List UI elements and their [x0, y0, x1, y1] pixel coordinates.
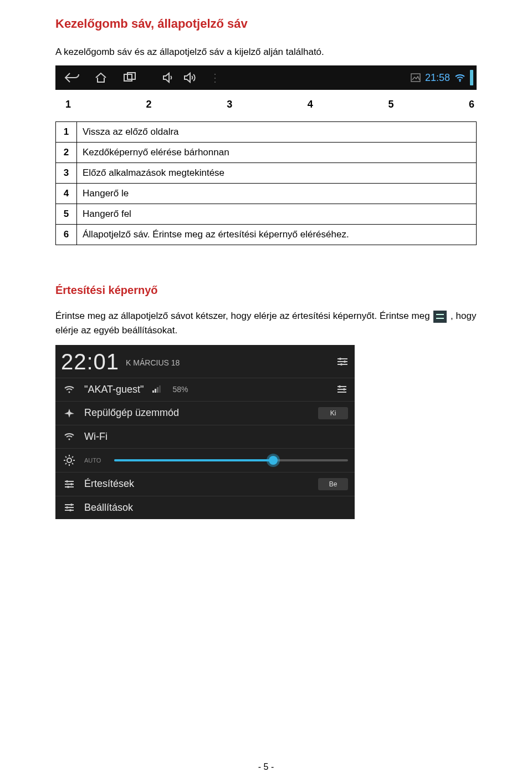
- section-title: Értesítési képernyő: [55, 284, 477, 297]
- notification-paragraph: Érintse meg az állapotjelző sávot kétsze…: [55, 309, 477, 338]
- home-icon: [88, 69, 114, 87]
- svg-line-22: [72, 456, 73, 458]
- wifi-label: Wi-Fi: [84, 431, 348, 443]
- image-icon: [411, 73, 421, 82]
- table-row: 3Előző alkalmazások megtekintése: [56, 163, 477, 184]
- table-row: 2Kezdőképernyő elérése bárhonnan: [56, 143, 477, 163]
- menu-dots-icon: ⋮: [209, 71, 221, 84]
- recents-icon: [116, 69, 143, 87]
- brightness-icon: [62, 454, 76, 466]
- notifications-row[interactable]: Értesítések Be: [55, 473, 355, 496]
- nav-icons-group: [59, 69, 143, 87]
- svg-point-12: [339, 385, 341, 388]
- table-row: 5Hangerő fel: [56, 204, 477, 225]
- airplane-mode-row[interactable]: Repülőgép üzemmód Ki: [55, 402, 355, 425]
- svg-rect-10: [157, 387, 158, 393]
- airplane-toggle[interactable]: Ki: [318, 407, 348, 419]
- svg-rect-8: [152, 390, 154, 393]
- svg-line-20: [65, 456, 66, 458]
- wifi-icon: [454, 73, 466, 82]
- table-row: 4Hangerő le: [56, 184, 477, 204]
- wifi-status-row[interactable]: "AKAT-guest" 58%: [55, 378, 355, 402]
- svg-point-26: [67, 486, 69, 488]
- wifi-row[interactable]: Wi-Fi: [55, 425, 355, 449]
- wifi-icon: [62, 432, 76, 441]
- svg-point-27: [70, 504, 73, 506]
- svg-point-14: [69, 439, 70, 440]
- cell-text: Hangerő le: [77, 184, 477, 204]
- android-status-bar: ⋮ 21:58: [55, 65, 477, 90]
- settings-row[interactable]: Beállítások: [55, 496, 355, 519]
- svg-point-6: [340, 363, 342, 365]
- auto-label: AUTO: [84, 457, 101, 464]
- intro-text: A kezelőgomb sáv és az állapotjelző sáv …: [55, 47, 477, 58]
- cell-num: 1: [56, 122, 77, 143]
- svg-point-3: [459, 80, 461, 82]
- settings-mini-icon[interactable]: [336, 384, 348, 395]
- shade-clock: 22:01: [61, 349, 119, 374]
- cell-text: Vissza az előző oldalra: [77, 122, 477, 143]
- svg-point-5: [344, 360, 346, 363]
- svg-point-15: [67, 458, 71, 463]
- cell-num: 3: [56, 163, 77, 184]
- cell-num: 6: [56, 225, 77, 245]
- svg-line-21: [72, 463, 73, 464]
- notifications-icon: [62, 479, 76, 490]
- volume-up-icon: [183, 72, 198, 84]
- volume-down-icon: [162, 72, 175, 84]
- brightness-slider[interactable]: [114, 459, 348, 461]
- signal-bars-icon: [152, 385, 162, 393]
- svg-point-28: [66, 506, 68, 509]
- label-1: 1: [65, 99, 99, 110]
- label-4: 4: [308, 99, 341, 110]
- wifi-percent: 58%: [173, 385, 188, 394]
- airplane-icon: [62, 408, 76, 419]
- notifications-label: Értesítések: [84, 478, 310, 490]
- svg-point-25: [70, 483, 73, 485]
- page-title: Kezelőgomb sáv, állapotjelző sáv: [55, 17, 477, 31]
- quick-settings-icon[interactable]: [336, 356, 349, 368]
- para-text-a: Érintse meg az állapotjelző sávot kétsze…: [55, 311, 432, 321]
- airplane-label: Repülőgép üzemmód: [84, 407, 310, 419]
- svg-point-7: [69, 392, 70, 393]
- svg-point-13: [343, 388, 345, 390]
- volume-icons-group: ⋮: [162, 71, 224, 84]
- table-row: 6Állapotjelző sáv. Érintse meg az értesí…: [56, 225, 477, 245]
- notification-shade: 22:01 K MÁRCIUS 18 "AKAT-guest" 58% Repü…: [55, 345, 355, 519]
- number-label-row: 1 2 3 4 5 6: [55, 94, 477, 121]
- legend-table: 1Vissza az előző oldalra 2Kezdőképernyő …: [55, 121, 477, 245]
- settings-label: Beállítások: [84, 502, 348, 514]
- svg-point-29: [69, 509, 71, 511]
- cell-text: Előző alkalmazások megtekintése: [77, 163, 477, 184]
- cell-text: Kezdőképernyő elérése bárhonnan: [77, 143, 477, 163]
- shade-header: 22:01 K MÁRCIUS 18: [55, 345, 355, 378]
- wifi-ssid: "AKAT-guest": [84, 384, 144, 395]
- notifications-toggle[interactable]: Be: [318, 478, 348, 490]
- status-clock: 21:58: [425, 72, 450, 84]
- brightness-row[interactable]: AUTO: [55, 449, 355, 473]
- cell-num: 2: [56, 143, 77, 163]
- svg-point-4: [339, 358, 341, 360]
- status-right-group: 21:58: [411, 70, 473, 85]
- svg-rect-9: [155, 389, 156, 393]
- settings-icon: [62, 502, 76, 513]
- battery-icon: [470, 70, 473, 85]
- label-2: 2: [146, 99, 180, 110]
- page-number: - 5 -: [0, 762, 532, 772]
- quick-settings-icon: [433, 311, 447, 323]
- table-row: 1Vissza az előző oldalra: [56, 122, 477, 143]
- cell-text: Hangerő fel: [77, 204, 477, 225]
- svg-line-23: [65, 463, 66, 464]
- label-6: 6: [469, 99, 474, 110]
- svg-rect-11: [159, 385, 161, 393]
- cell-text: Állapotjelző sáv. Érintse meg az értesít…: [77, 225, 477, 245]
- cell-num: 5: [56, 204, 77, 225]
- cell-num: 4: [56, 184, 77, 204]
- svg-point-24: [66, 480, 68, 483]
- back-icon: [59, 69, 85, 87]
- wifi-icon: [62, 385, 76, 394]
- label-3: 3: [227, 99, 260, 110]
- shade-date: K MÁRCIUS 18: [126, 358, 180, 367]
- label-5: 5: [388, 99, 421, 110]
